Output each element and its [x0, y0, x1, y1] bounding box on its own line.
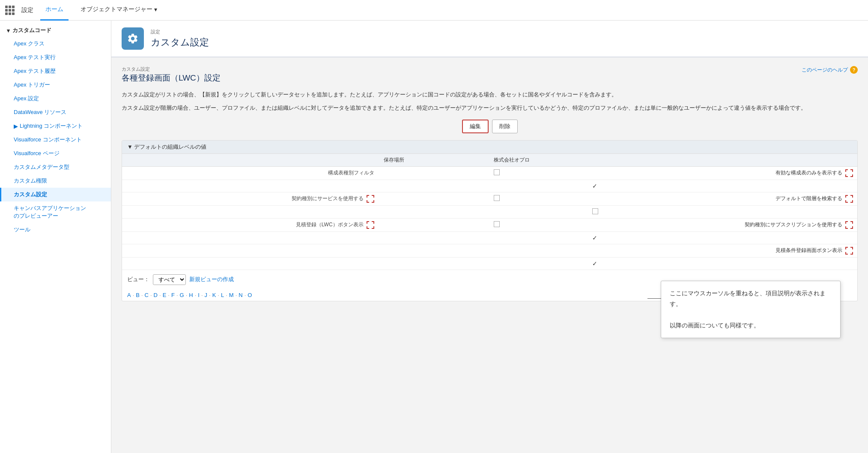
alpha-j[interactable]: J [205, 292, 208, 298]
main-layout: ▾ カスタムコード Apex クラス Apex テスト実行 Apex テスト履歴… [0, 21, 868, 453]
table-row: 契約種別にサービスを使用する デフォルトで階層を検索する [122, 192, 857, 205]
alpha-e[interactable]: E [163, 292, 167, 298]
table-row: ✓ [122, 257, 857, 270]
sidebar-item-apex-test-exec[interactable]: Apex テスト実行 [0, 51, 111, 64]
alpha-a[interactable]: A [127, 292, 131, 298]
table-row [122, 205, 857, 218]
sidebar-item-lightning[interactable]: ▶ Lightning コンポーネント [0, 119, 111, 133]
sidebar-item-visualforce-component[interactable]: Visualforce コンポーネント [0, 133, 111, 147]
description-2: カスタム設定が階層の場合、ユーザー、プロファイル、または組織レベルに対してデータ… [122, 104, 858, 113]
table-row: 見積登録（LWC）ボタン表示 契約種別にサブスクリプションを使用する [122, 218, 857, 231]
page-header: 設定 カスタム設定 [111, 21, 868, 57]
dropdown-icon: ▾ [154, 6, 157, 13]
breadcrumb-texts: カスタム設定 各種登録画面（LWC）設定 [122, 66, 221, 89]
alpha-h[interactable]: H [189, 292, 193, 298]
home-tab[interactable]: ホーム [40, 0, 69, 21]
content-body: カスタム設定 各種登録画面（LWC）設定 このページのヘルプ ? カスタム設定が… [111, 57, 868, 372]
col-storage-header: 保存場所 [379, 154, 490, 167]
top-navigation: 設定 ホーム オブジェクトマネージャー ▾ [0, 0, 868, 21]
custom-code-section: ▾ カスタムコード Apex クラス Apex テスト実行 Apex テスト履歴… [0, 21, 111, 240]
sidebar-item-custom-metadata[interactable]: カスタムメタデータ型 [0, 160, 111, 174]
settings-table: 保存場所 株式会社オプロ 構成表種別フィルタ [122, 154, 857, 270]
section-header-label: ▼ デフォルトの組織レベルの値 [127, 143, 206, 151]
row7-checkmark: ✓ [592, 260, 597, 267]
help-link[interactable]: このページのヘルプ ? [802, 66, 858, 74]
row6-checkbox [494, 221, 500, 227]
section-page-title: 各種登録画面（LWC）設定 [122, 72, 221, 84]
delete-button[interactable]: 削除 [492, 120, 518, 133]
alpha-b[interactable]: B [136, 292, 140, 298]
sidebar-item-apex-settings[interactable]: Apex 設定 [0, 92, 111, 105]
alpha-l[interactable]: L [221, 292, 224, 298]
table-row: ✓ [122, 231, 857, 244]
settings-label: 設定 [21, 6, 33, 14]
view-select[interactable]: すべて [153, 274, 186, 285]
gear-icon [127, 33, 139, 45]
description-1: カスタム設定がリストの場合、【新規】をクリックして新しいデータセットを追加します… [122, 90, 858, 99]
alpha-k[interactable]: K [212, 292, 216, 298]
sidebar-item-custom-permissions[interactable]: カスタム権限 [0, 174, 111, 188]
sidebar-item-canvas-app[interactable]: キャンバスアプリケーション のプレビューアー [0, 201, 111, 223]
tooltip-text-2: 以降の画面についても同様です。 [670, 320, 832, 331]
page-header-texts: 設定 カスタム設定 [151, 29, 209, 49]
row6-label: 見積登録（LWC）ボタン表示 [122, 218, 379, 231]
page-header-icon [122, 27, 144, 50]
col-company-header: 株式会社オプロ [489, 154, 636, 167]
page-title: カスタム設定 [151, 36, 209, 49]
help-link-text: このページのヘルプ [802, 66, 848, 74]
section-collapse-icon: ▾ [7, 27, 10, 34]
row6-storage [379, 218, 490, 231]
table-row: ✓ [122, 180, 857, 192]
sidebar-item-custom-settings[interactable]: カスタム設定 [0, 188, 111, 201]
app-launcher-icon[interactable] [5, 6, 15, 15]
sidebar-item-dataweave[interactable]: DataWeave リソース [0, 105, 111, 119]
sidebar-item-apex-trigger[interactable]: Apex トリガー [0, 78, 111, 92]
sidebar: ▾ カスタムコード Apex クラス Apex テスト実行 Apex テスト履歴… [0, 21, 111, 453]
alpha-d[interactable]: D [154, 292, 158, 298]
sidebar-item-apex-class[interactable]: Apex クラス [0, 37, 111, 51]
custom-code-section-header[interactable]: ▾ カスタムコード [0, 24, 111, 37]
sidebar-item-apex-test-history[interactable]: Apex テスト履歴 [0, 64, 111, 78]
row4-label: 契約種別にサービスを使用する [122, 192, 379, 205]
alpha-o[interactable]: O [248, 292, 252, 298]
section-title: カスタムコード [12, 27, 51, 34]
new-view-link[interactable]: 新規ビューの作成 [189, 276, 234, 283]
tooltip-container: ここにマウスカーソルを重ねると、項目説明が表示されます。 以降の画面についても同… [122, 306, 858, 364]
alpha-g[interactable]: G [180, 292, 184, 298]
row3-checkbox [592, 208, 598, 214]
row2-storage [379, 166, 490, 180]
row1-label-right: 有効な構成表のみを表示する [637, 166, 857, 180]
row4-value [489, 192, 636, 205]
help-icon: ? [850, 66, 858, 74]
view-label: ビュー： [127, 276, 149, 283]
row1-checkmark-right [122, 180, 489, 192]
table-header-row: 保存場所 株式会社オプロ [122, 154, 857, 167]
row2-checkbox [494, 169, 500, 175]
buttons-row: 編集 削除 [122, 120, 858, 133]
row7-value-right: ✓ [489, 257, 636, 270]
content-area: 設定 カスタム設定 カスタム設定 各種登録画面（LWC）設定 このページのヘルプ… [111, 21, 868, 453]
row4-checkbox [494, 195, 500, 201]
section-panel: ▼ デフォルトの組織レベルの値 保存場所 株式会社オプロ [122, 140, 858, 301]
sidebar-item-tools[interactable]: ツール [0, 223, 111, 237]
col-spacer [637, 154, 857, 167]
row5-checkmark: ✓ [592, 234, 597, 241]
row1-value-right: ✓ [489, 180, 636, 192]
lightning-expand-icon: ▶ [14, 123, 18, 129]
sidebar-item-visualforce-page[interactable]: Visualforce ページ [0, 147, 111, 160]
tooltip-connector-line [647, 298, 661, 299]
row2-label: 構成表種別フィルタ [122, 166, 379, 180]
alpha-n[interactable]: N [239, 292, 242, 298]
alpha-m[interactable]: M [229, 292, 234, 298]
alpha-f[interactable]: F [171, 292, 175, 298]
row1-checkmark: ✓ [592, 183, 597, 189]
row2-value [489, 166, 636, 180]
row3-label-right: デフォルトで階層を検索する [637, 192, 857, 205]
tooltip-text-1: ここにマウスカーソルを重ねると、項目説明が表示されます。 [670, 288, 832, 309]
alpha-i[interactable]: I [198, 292, 200, 298]
object-manager-tab[interactable]: オブジェクトマネージャー ▾ [75, 0, 162, 21]
alpha-c[interactable]: C [145, 292, 149, 298]
table-row: 構成表種別フィルタ 有効な構成表のみを表示する [122, 166, 857, 180]
edit-button[interactable]: 編集 [462, 120, 489, 133]
row5-value-right: ✓ [489, 231, 636, 244]
